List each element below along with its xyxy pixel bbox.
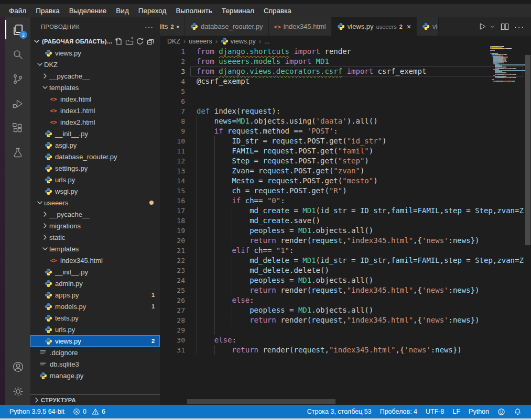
run-dropdown-button[interactable] [489, 24, 495, 30]
menu-item[interactable]: Правка [31, 4, 64, 17]
code-line[interactable]: 6 [160, 96, 524, 106]
new-file-button[interactable] [114, 36, 124, 47]
tree-item[interactable]: models.py1 [30, 301, 160, 312]
run-button[interactable] [478, 22, 487, 31]
code-line[interactable]: 2from useeers.models import MD1 [160, 57, 524, 67]
code-line[interactable]: 8news=MD1.objects.using('daata').all() [160, 116, 524, 126]
breadcrumb[interactable]: DKZ›useeers›views.py›... [160, 36, 531, 47]
tree-item[interactable]: views.py [30, 47, 160, 59]
status-eol[interactable]: LF [448, 405, 464, 418]
activity-explorer-button[interactable]: 2 [5, 17, 30, 42]
tree-item[interactable]: <>index345.html [30, 255, 160, 266]
menu-item[interactable]: Файл [4, 4, 31, 17]
tree-item[interactable]: __init__.py [30, 266, 160, 278]
menu-item[interactable]: Справка [259, 4, 296, 17]
menu-item[interactable]: Переход [134, 4, 171, 17]
more-actions-button[interactable]: ··· [514, 23, 525, 31]
tree-item[interactable]: templates [30, 243, 160, 255]
tree-item[interactable]: <>index.html [30, 93, 160, 105]
code-line[interactable]: 16if ch== "0": [160, 196, 524, 206]
tree-item[interactable]: .dcignore [30, 347, 160, 358]
tree-item[interactable]: templates [30, 82, 160, 93]
tree-item[interactable]: <>index1.html [30, 105, 160, 116]
minimap[interactable] [490, 46, 525, 109]
code-line[interactable]: 9if request.method == 'POST': [160, 126, 524, 136]
tree-item[interactable]: tests.py [30, 312, 160, 324]
code-line[interactable]: 14Mesto = request.POST.get("mesto") [160, 176, 524, 186]
code-line[interactable]: 18md_create.save() [160, 216, 524, 226]
tab[interactable]: <>index345.html [269, 17, 332, 36]
tree-item[interactable]: migrations [30, 220, 160, 231]
activity-run-and-debug-button[interactable] [5, 91, 30, 116]
tree-item[interactable]: urls.py [30, 174, 160, 185]
tree-item[interactable]: asgi.py [30, 139, 160, 151]
breadcrumb-item[interactable]: useeers [189, 38, 212, 45]
code-line[interactable]: 12Step = request.POST.get("step") [160, 156, 524, 166]
activity-settings-button[interactable] [5, 379, 30, 404]
tree-item[interactable]: DKZ [30, 59, 160, 70]
code-line[interactable]: 20return render(request,"index345.html",… [160, 236, 524, 246]
activity-testing-button[interactable] [5, 140, 30, 165]
activity-extensions-button[interactable] [5, 116, 30, 140]
code-line[interactable]: 17md_create = MD1(id_str = ID_str,famil=… [160, 206, 524, 216]
tree-item[interactable]: db.sqlite3 [30, 358, 160, 370]
tree-item[interactable]: database_roouter.py [30, 151, 160, 162]
code-line[interactable]: 25return render(request,"index345.html",… [160, 285, 524, 295]
menu-item[interactable]: Выполнить [171, 4, 216, 17]
code-editor[interactable]: 1from django.shortcuts import render2fro… [160, 47, 524, 405]
status-encoding[interactable]: UTF-8 [421, 405, 448, 418]
menu-item[interactable]: Выделение [64, 4, 112, 17]
status-problems[interactable]: 06 [69, 405, 110, 418]
tree-item[interactable]: admin.py [30, 278, 160, 289]
tree-item[interactable]: wsgi.py [30, 185, 160, 197]
tree-item[interactable]: urls.py [30, 324, 160, 335]
menu-item[interactable]: Вид [111, 4, 133, 17]
collapse-all-button[interactable] [145, 36, 156, 47]
code-line[interactable]: 1from django.shortcuts import render [160, 47, 524, 57]
code-line[interactable]: 13Zvan= request.POST.get("zvan") [160, 166, 524, 176]
tree-item[interactable]: useeers [30, 197, 160, 208]
code-line[interactable]: 28return render(request,"index345.html",… [160, 315, 524, 325]
vertical-scrollbar[interactable] [525, 46, 531, 405]
code-line[interactable]: 21elif ch== "1": [160, 246, 524, 256]
code-line[interactable]: 23md_delete.delete() [160, 266, 524, 275]
breadcrumb-item[interactable]: ... [264, 38, 269, 45]
code-line[interactable]: 27peopless = MD1.objects.all() [160, 305, 524, 315]
code-line[interactable]: 26else: [160, 295, 524, 305]
code-line[interactable]: 7def index(request): [160, 106, 524, 116]
split-editor-button[interactable] [501, 23, 509, 31]
tree-item[interactable]: __pycache__ [30, 208, 160, 220]
code-line[interactable]: 10ID_str = request.POST.get("id_str") [160, 136, 524, 146]
activity-accounts-button[interactable] [5, 355, 30, 379]
tab[interactable]: diiits2● [160, 17, 185, 36]
tree-item[interactable]: views.py2 [30, 335, 160, 347]
sidebar-more-actions-button[interactable]: ··· [145, 23, 154, 31]
tree-item[interactable]: settings.py [30, 162, 160, 174]
menu-item[interactable]: Терминал [217, 4, 259, 17]
status-notifications[interactable] [510, 405, 526, 418]
tab[interactable]: vie [417, 17, 439, 36]
code-line[interactable]: 11FAMIL= request.POST.get("famil") [160, 146, 524, 156]
status-python-version[interactable]: Python 3.9.5 64-bit [5, 405, 69, 418]
new-folder-button[interactable] [124, 36, 135, 47]
tree-item[interactable]: __init__.py [30, 128, 160, 139]
status-indentation[interactable]: Пробелов: 4 [376, 405, 421, 418]
code-line[interactable]: 15ch = request.POST.get("R") [160, 186, 524, 196]
tree-item[interactable]: static [30, 231, 160, 243]
outline-section-header[interactable]: СТРУКТУРА [30, 394, 160, 405]
status-language-mode[interactable]: Python [464, 405, 493, 418]
tree-item[interactable]: manage.py [30, 370, 160, 381]
code-line[interactable]: 30else: [160, 335, 524, 345]
code-line[interactable]: 22md_delete = MD1(id_str = ID_str,famil=… [160, 256, 524, 266]
code-line[interactable]: 5 [160, 86, 524, 96]
workspace-section-header[interactable]: (РАБОЧАЯ ОБЛАСТЬ) ... [30, 36, 160, 47]
tab-close-icon[interactable]: × [407, 23, 411, 31]
tree-item[interactable]: __pycache__ [30, 70, 160, 82]
horizontal-scrollbar[interactable] [160, 399, 524, 404]
tree-item[interactable]: apps.py1 [30, 289, 160, 301]
breadcrumb-item[interactable]: views.py [221, 37, 256, 45]
status-cursor-position[interactable]: Строка 3, столбец 53 [303, 405, 376, 418]
refresh-button[interactable] [135, 36, 145, 47]
activity-search-button[interactable] [5, 42, 30, 67]
code-line[interactable]: 19peopless = MD1.objects.all() [160, 226, 524, 236]
